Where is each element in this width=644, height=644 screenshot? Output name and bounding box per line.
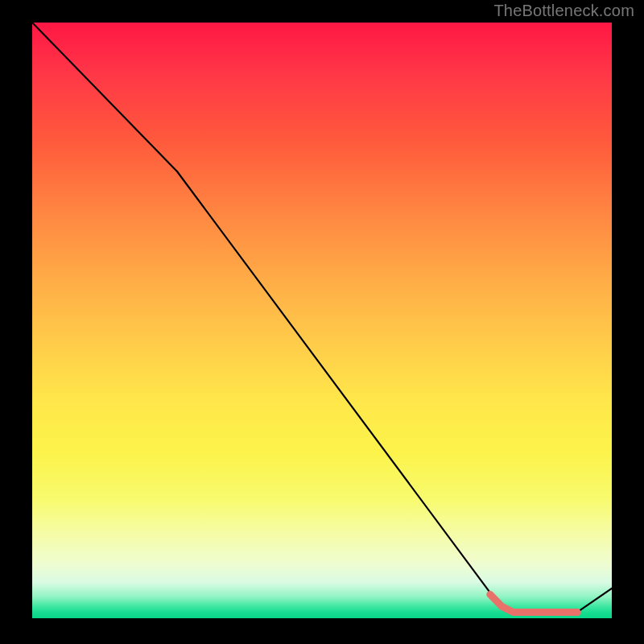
accent-segment-path	[490, 594, 577, 612]
chart-container: TheBottleneck.com	[0, 0, 644, 644]
watermark-text: TheBottleneck.com	[493, 2, 634, 20]
plot-area	[32, 23, 612, 618]
accent-end-dot	[573, 609, 580, 616]
bottleneck-curve-path	[32, 23, 612, 613]
line-layer	[32, 23, 612, 618]
